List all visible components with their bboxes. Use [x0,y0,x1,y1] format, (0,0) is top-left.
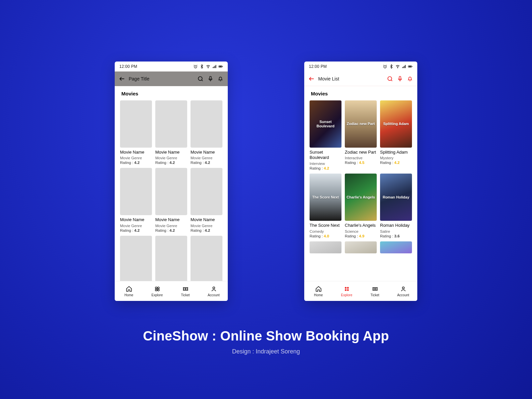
svg-rect-7 [222,66,223,67]
svg-rect-25 [409,66,411,67]
movie-name: Movie Name [155,217,187,223]
tab-home[interactable]: Home [115,281,143,301]
movie-genre: Movie Genre [120,156,152,160]
bluetooth-icon [389,64,394,69]
svg-point-11 [155,287,157,289]
movie-genre: Movie Genre [191,224,222,228]
movie-name: Movie Name [191,150,222,155]
svg-point-9 [198,76,202,80]
movie-poster [345,241,377,253]
svg-rect-19 [402,67,403,68]
tab-label: Account [397,293,409,297]
movie-card[interactable]: The Score NextThe Score NextComedyRating… [310,174,341,238]
tab-label: Home [124,293,133,297]
search-icon[interactable] [197,75,204,82]
tab-explore[interactable]: Explore [332,281,361,301]
search-icon[interactable] [387,75,393,82]
movie-genre: Movie Genre [155,156,187,160]
bluetooth-icon [200,64,204,69]
movie-rating: Rating : 4.2 [155,161,187,165]
svg-rect-22 [405,65,406,68]
movie-card[interactable] [345,241,377,253]
caption-title: CineShow : Online Show Booking App [0,329,532,343]
caption-author: Design : Indrajeet Soreng [0,348,532,355]
movie-card[interactable] [310,241,341,253]
movie-genre: Comedy [310,229,341,233]
back-icon[interactable] [308,75,315,82]
tab-label: Home [314,293,323,297]
svg-point-32 [374,288,375,289]
tab-label: Explore [341,293,352,297]
svg-rect-10 [210,76,211,79]
movie-rating: Rating : 4.2 [155,228,187,232]
movie-card[interactable]: Zodiac new PartZodiac new PartInteractiv… [345,100,377,170]
tab-label: Ticket [181,293,190,297]
tab-ticket[interactable]: Ticket [171,281,200,301]
back-icon[interactable] [119,75,125,82]
tab-label: Explore [152,293,163,297]
movie-card[interactable]: Sunset BoulevardSunset BoulevardIntervie… [310,100,341,170]
mic-icon[interactable] [207,75,214,82]
movie-poster: Charlie's Angels [345,174,377,221]
movie-genre: Movie Genre [120,224,152,228]
svg-rect-5 [216,65,216,68]
movie-name: Roman Holiday [380,223,412,228]
bell-icon[interactable] [407,75,413,82]
tab-ticket[interactable]: Ticket [361,281,389,301]
movie-genre: Satire [380,229,412,233]
movie-card[interactable]: Splitting AdamSplitting AdamMysteryRatin… [380,100,412,170]
bell-icon[interactable] [217,75,224,82]
movie-poster-placeholder [191,236,222,281]
movie-card[interactable]: Movie NameMovie GenreRating : 4.2 [155,168,187,232]
svg-rect-27 [399,76,401,79]
movie-poster-placeholder [191,168,222,215]
svg-point-18 [397,68,398,68]
svg-point-12 [157,287,159,289]
svg-point-28 [345,287,346,289]
movie-card[interactable] [380,241,412,253]
tab-account[interactable]: Account [200,281,228,301]
movie-card[interactable]: Movie NameMovie GenreRating : 4.2 [120,100,152,165]
svg-point-33 [402,287,404,289]
movie-card[interactable] [155,236,187,281]
tab-home[interactable]: Home [304,281,332,301]
movie-genre: Movie Genre [155,224,187,228]
tab-explore[interactable]: Explore [143,281,171,301]
svg-point-13 [155,289,157,291]
movie-poster [310,241,341,253]
app-bar-title: Movie List [318,76,339,81]
movie-rating: Rating : 4.9 [345,234,377,238]
svg-point-14 [157,289,159,291]
movie-card[interactable]: Charlie's AngelsCharlie's AngelsScienceR… [345,174,377,238]
movie-card[interactable]: Movie NameMovie GenreRating : 4.2 [191,100,222,165]
movie-poster [380,241,412,253]
movie-grid: Movie NameMovie GenreRating : 4.2Movie N… [120,100,222,281]
svg-rect-21 [404,66,405,68]
movie-card[interactable] [191,236,222,281]
tab-account[interactable]: Account [389,281,417,301]
movie-poster-placeholder [155,100,187,148]
movie-card[interactable] [120,236,152,281]
movie-name: Movie Name [120,150,152,155]
movie-poster: The Score Next [310,174,341,221]
movie-name: Splitting Adam [380,150,412,155]
bottom-nav: Home Explore Ticket Account [304,281,417,301]
movie-card[interactable]: Movie NameMovie GenreRating : 4.2 [120,168,152,232]
content-area: Movies Movie NameMovie GenreRating : 4.2… [115,86,228,281]
movie-genre: Mystery [380,156,412,160]
app-bar: Movie List [304,71,417,86]
status-time: 12:00 PM [309,64,327,69]
app-bar-title: Page Title [129,76,149,81]
wifi-icon [395,64,400,69]
movie-card[interactable]: Movie NameMovie GenreRating : 4.2 [191,168,222,232]
battery-icon [218,64,223,69]
tab-label: Account [207,293,219,297]
status-icons [383,64,413,69]
mic-icon[interactable] [397,75,403,82]
movie-poster-placeholder [120,236,152,281]
movie-rating: Rating : 4.2 [120,161,152,165]
movie-rating: Rating : 4.0 [310,234,341,238]
movie-card[interactable]: Movie NameMovie GenreRating : 4.2 [155,100,187,165]
movie-card[interactable]: Roman HolidayRoman HolidaySatireRating :… [380,174,412,238]
status-bar: 12:00 PM [304,62,417,71]
